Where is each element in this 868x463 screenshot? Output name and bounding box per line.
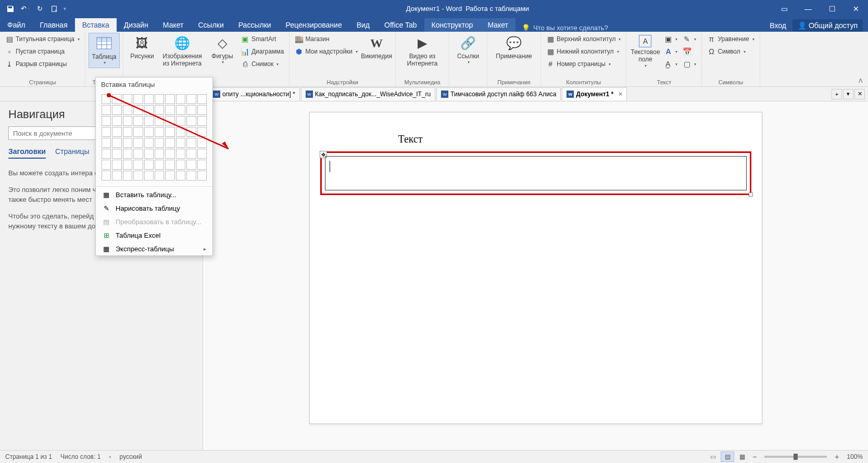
online-pictures-button[interactable]: 🌐Изображения из Интернета bbox=[159, 33, 206, 70]
new-tab-button[interactable]: + bbox=[832, 89, 842, 99]
tab-file[interactable]: Файл bbox=[0, 18, 32, 32]
symbol-button[interactable]: ΩСимвол▾ bbox=[705, 45, 756, 58]
print-preview-button[interactable] bbox=[48, 3, 60, 15]
table-grid-cell[interactable] bbox=[112, 94, 121, 104]
table-grid-cell[interactable] bbox=[102, 160, 111, 170]
table-grid-cell[interactable] bbox=[176, 171, 185, 181]
comment-button[interactable]: 💬Примечание bbox=[490, 33, 537, 62]
table-grid-cell[interactable] bbox=[112, 149, 121, 159]
zoom-slider-thumb[interactable] bbox=[794, 454, 798, 460]
table-grid-cell[interactable] bbox=[197, 149, 207, 159]
tab-view[interactable]: Вид bbox=[349, 18, 377, 32]
doc-tab-3[interactable]: WДокумент1 *× bbox=[562, 87, 627, 100]
footer-button[interactable]: ▦Нижний колонтитул▾ bbox=[544, 45, 623, 58]
table-grid-cell[interactable] bbox=[176, 160, 185, 170]
table-grid-cell[interactable] bbox=[133, 105, 143, 115]
table-grid-cell[interactable] bbox=[186, 127, 196, 137]
table-grid-cell[interactable] bbox=[102, 138, 111, 148]
tab-design[interactable]: Дизайн bbox=[117, 18, 156, 32]
table-grid-cell[interactable] bbox=[165, 149, 174, 159]
doc-tab-0[interactable]: Wопиту ...кциональности] * bbox=[208, 87, 300, 100]
table-grid-cell[interactable] bbox=[102, 116, 111, 126]
table-grid-cell[interactable] bbox=[133, 116, 143, 126]
insert-table-item[interactable]: ▦Вставить таблицу... bbox=[96, 188, 212, 201]
cover-page-button[interactable]: ▤Титульная страница▾ bbox=[3, 33, 82, 45]
page-indicator[interactable]: Страница 1 из 1 bbox=[5, 453, 52, 460]
spell-check-icon[interactable]: ▫ bbox=[109, 453, 111, 460]
zoom-out-button[interactable]: − bbox=[750, 453, 759, 461]
excel-table-item[interactable]: ⊞Таблица Excel bbox=[96, 228, 212, 242]
table-grid-cell[interactable] bbox=[197, 171, 207, 181]
table-grid-cell[interactable] bbox=[112, 116, 121, 126]
table-grid-cell[interactable] bbox=[155, 116, 164, 126]
table-grid-cell[interactable] bbox=[165, 94, 174, 104]
tell-me-search[interactable]: 💡 Что вы хотите сделать? bbox=[522, 24, 770, 32]
table-grid-cell[interactable] bbox=[197, 160, 207, 170]
page-break-button[interactable]: ⤓Разрыв страницы bbox=[3, 58, 82, 70]
collapse-ribbon-button[interactable]: ᐱ bbox=[856, 76, 866, 85]
close-button[interactable]: ✕ bbox=[844, 0, 868, 17]
links-button[interactable]: 🔗Ссылки▾ bbox=[452, 33, 484, 67]
table-grid-cell[interactable] bbox=[165, 105, 174, 115]
table-grid-cell[interactable] bbox=[197, 116, 207, 126]
table-grid-cell[interactable] bbox=[155, 149, 164, 159]
close-tab-icon[interactable]: × bbox=[619, 91, 622, 98]
zoom-slider[interactable] bbox=[764, 456, 827, 458]
tab-options-button[interactable]: ▾ bbox=[843, 89, 853, 99]
table-grid-cell[interactable] bbox=[186, 171, 196, 181]
signin-button[interactable]: Вход bbox=[770, 21, 786, 30]
quick-tables-item[interactable]: ▦Экспресс-таблицы▸ bbox=[96, 242, 212, 255]
table-grid-cell[interactable] bbox=[112, 105, 121, 115]
web-layout-button[interactable]: ▦ bbox=[735, 452, 749, 462]
table-grid-cell[interactable] bbox=[123, 105, 132, 115]
signature-button[interactable]: ✎▾ bbox=[681, 33, 698, 45]
table-grid-cell[interactable] bbox=[186, 116, 196, 126]
table-grid-cell[interactable] bbox=[144, 138, 154, 148]
store-button[interactable]: 🏬Магазин bbox=[293, 33, 360, 45]
screenshot-button[interactable]: ⎙Снимок▾ bbox=[239, 58, 286, 70]
tab-mailings[interactable]: Рассылки bbox=[231, 18, 279, 32]
tab-officetab[interactable]: Office Tab bbox=[377, 18, 424, 32]
tab-table-design[interactable]: Конструктор bbox=[424, 18, 481, 32]
draw-table-item[interactable]: ✎Нарисовать таблицу bbox=[96, 201, 212, 215]
table-grid-cell[interactable] bbox=[165, 116, 174, 126]
table-grid-cell[interactable] bbox=[186, 160, 196, 170]
table-grid-cell[interactable] bbox=[123, 138, 132, 148]
table-grid-cell[interactable] bbox=[197, 105, 207, 115]
table-grid-cell[interactable] bbox=[165, 160, 174, 170]
table-grid-cell[interactable] bbox=[155, 171, 164, 181]
wikipedia-button[interactable]: WВикипедия bbox=[361, 33, 392, 62]
table-grid-cell[interactable] bbox=[155, 94, 164, 104]
table-grid-cell[interactable] bbox=[155, 105, 164, 115]
table-grid-cell[interactable] bbox=[102, 149, 111, 159]
table-grid-cell[interactable] bbox=[123, 116, 132, 126]
object-button[interactable]: ▢▾ bbox=[681, 58, 698, 70]
chart-button[interactable]: 📊Диаграмма bbox=[239, 45, 286, 58]
smartart-button[interactable]: ▣SmartArt bbox=[239, 33, 286, 45]
table-grid-cell[interactable] bbox=[112, 171, 121, 181]
table-grid-cell[interactable] bbox=[186, 149, 196, 159]
table-grid-cell[interactable] bbox=[144, 149, 154, 159]
print-layout-button[interactable]: ▤ bbox=[721, 452, 734, 462]
redo-button[interactable]: ↻ bbox=[33, 3, 46, 15]
table-grid-cell[interactable] bbox=[102, 94, 111, 104]
tab-review[interactable]: Рецензирование bbox=[279, 18, 349, 32]
tab-table-layout[interactable]: Макет bbox=[480, 18, 515, 32]
table-grid-cell[interactable] bbox=[133, 149, 143, 159]
table-grid-cell[interactable] bbox=[155, 138, 164, 148]
quickparts-button[interactable]: ▣▾ bbox=[662, 33, 680, 45]
table-grid-cell[interactable] bbox=[144, 171, 154, 181]
table-grid-cell[interactable] bbox=[165, 127, 174, 137]
table-grid-cell[interactable] bbox=[165, 138, 174, 148]
table-grid-cell[interactable] bbox=[112, 138, 121, 148]
page-heading-text[interactable]: Текст bbox=[398, 133, 746, 145]
maximize-button[interactable]: ☐ bbox=[820, 0, 844, 17]
table-grid-cell[interactable] bbox=[144, 116, 154, 126]
table-grid-cell[interactable] bbox=[144, 127, 154, 137]
nav-tab-headings[interactable]: Заголовки bbox=[8, 147, 46, 159]
minimize-button[interactable]: — bbox=[796, 0, 820, 17]
table-grid-cell[interactable] bbox=[186, 94, 196, 104]
nav-tab-pages[interactable]: Страницы bbox=[55, 147, 90, 159]
datetime-button[interactable]: 📅 bbox=[681, 45, 698, 58]
inserted-table[interactable] bbox=[325, 156, 747, 190]
